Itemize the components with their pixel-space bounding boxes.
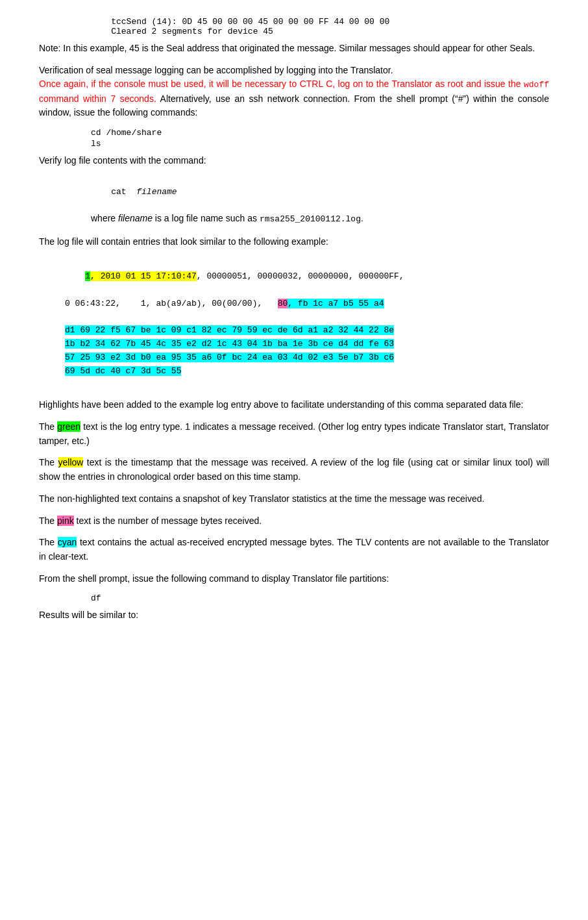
where-text-1: where (91, 213, 118, 223)
highlights-text: Highlights have been added to the exampl… (39, 399, 523, 410)
yellow-explanation: The yellow text is the timestamp that th… (39, 456, 549, 484)
log-entry-block: 1, 2010 01 15 17:10:47, 00000051, 000000… (65, 256, 549, 392)
log-line1-post: , 00000051, 00000032, 00000000, 000000FF… (197, 271, 404, 281)
log-pink-highlight: 80 (278, 299, 288, 308)
nonhighlight-explanation: The non-highlighted text contains a snap… (39, 492, 549, 506)
verify-log-text: Verify log file contents with the comman… (39, 155, 206, 166)
where-filename-paragraph: where filename is a log file name such a… (91, 212, 549, 226)
nonhigh-text: The non-highlighted text contains a snap… (39, 493, 484, 504)
log-cyan-highlight-1: , fb 1c a7 b5 55 a4 (288, 299, 384, 308)
yellow-label: yellow (58, 457, 84, 467)
pink-label: pink (57, 516, 74, 526)
log-intro-text: The log file will contain entries that l… (39, 236, 328, 247)
df-intro-paragraph: From the shell prompt, issue the followi… (39, 572, 549, 586)
log-cyan-line6: 69 5d dc 40 c7 3d 5c 55 (65, 366, 181, 376)
ls-command: ls (91, 139, 549, 149)
top-code-block: tccSend (14): 0D 45 00 00 00 45 00 00 00… (91, 17, 549, 36)
green-label: green (57, 421, 80, 432)
cyan-explanation: The cyan text contains the actual as-rec… (39, 536, 549, 564)
pink-desc: text is the number of message bytes rece… (74, 516, 262, 526)
verification-paragraph: Verification of seal message logging can… (39, 64, 549, 120)
note-text: Note: In this example, 45 is the Seal ad… (39, 43, 535, 53)
where-text-2: is a log file name such as (153, 213, 260, 223)
results-paragraph: Results will be similar to: (39, 608, 549, 623)
log-line2-pre: 0 06:43:22, 1, ab(a9/ab), 00(00/00), (65, 299, 278, 308)
where-text-3: . (361, 213, 363, 223)
green-explanation: The green text is the log entry type. 1 … (39, 420, 549, 448)
log-cyan-line3: d1 69 22 f5 67 be 1c 09 c1 82 ec 79 59 e… (65, 325, 394, 335)
verify-log-paragraph: Verify log file contents with the comman… (39, 154, 549, 168)
wdoff-code: wdoff (524, 80, 549, 90)
filename2-italic: filename (118, 213, 153, 223)
df-command: df (91, 593, 549, 603)
log-green-highlight: 1 (85, 271, 90, 281)
highlights-paragraph: Highlights have been added to the exampl… (39, 398, 549, 412)
yellow-desc: text is the timestamp that the message w… (39, 457, 549, 482)
red-text-1: Once again, if the console must be used,… (39, 79, 524, 89)
green-desc: text is the log entry type. 1 indicates … (39, 421, 549, 446)
log-yellow-highlight: , 2010 01 15 17:10:47 (90, 271, 197, 281)
page-content: tccSend (14): 0D 45 00 00 00 45 00 00 00… (0, 0, 588, 920)
log-cyan-line5: 57 25 93 e2 3d b0 ea 95 35 a6 0f bc 24 e… (65, 353, 394, 362)
log-cyan-line4: 1b b2 34 62 7b 45 4c 35 e2 d2 1c 43 04 1… (65, 339, 394, 349)
results-text: Results will be similar to: (39, 610, 138, 620)
cyan-desc: text contains the actual as-received enc… (39, 537, 549, 562)
red-text-2: command within 7 seconds. (39, 93, 156, 104)
cat-command-block: cat filename (91, 177, 549, 206)
filename-italic: filename (136, 187, 177, 197)
df-intro-text: From the shell prompt, issue the followi… (39, 573, 389, 584)
log-intro-paragraph: The log file will contain entries that l… (39, 235, 549, 249)
note-paragraph: Note: In this example, 45 is the Seal ad… (39, 42, 549, 56)
cyan-label: cyan (58, 537, 77, 547)
cd-command: cd /home/share (91, 128, 549, 138)
log-file-example: rmsa255_20100112.log (260, 214, 361, 224)
pink-explanation: The pink text is the number of message b… (39, 514, 549, 528)
cat-cmd-text: cat (111, 187, 136, 197)
verify-intro: Verification of seal message logging can… (39, 65, 393, 75)
